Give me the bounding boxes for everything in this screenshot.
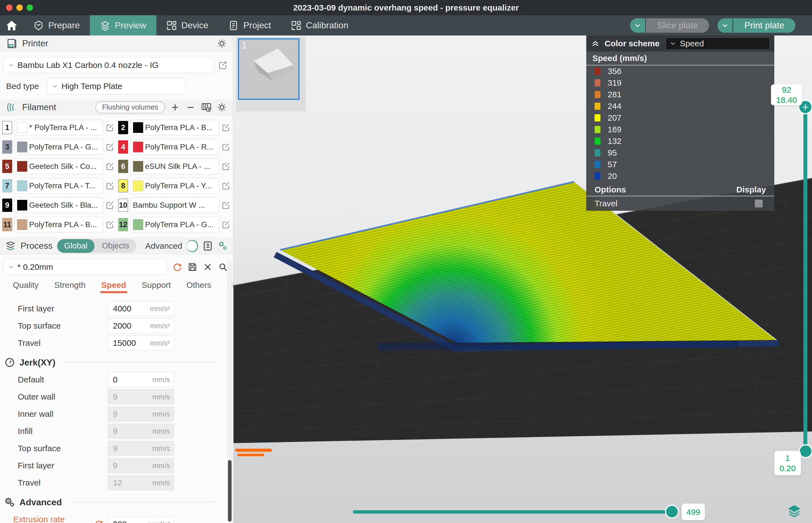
jerk-default-input[interactable]: 0 mm/s: [108, 372, 174, 387]
save-preset-icon[interactable]: [187, 262, 197, 272]
filament-number-badge[interactable]: 4: [118, 140, 128, 154]
edit-filament-icon[interactable]: [105, 181, 114, 190]
scrollbar-thumb[interactable]: [228, 460, 232, 522]
filament-number-badge[interactable]: 11: [2, 218, 12, 231]
edit-printer-icon[interactable]: [218, 60, 228, 70]
filament-select[interactable]: PolyTerra PLA - R...: [130, 139, 219, 155]
travel-accel-input[interactable]: 15000 mm/s²: [108, 336, 174, 350]
advanced-section-header: Advanced: [0, 492, 233, 511]
scope-objects-button[interactable]: Objects: [94, 239, 136, 253]
edit-filament-icon[interactable]: [221, 201, 230, 210]
add-filament-button[interactable]: +: [170, 102, 181, 113]
tab-project[interactable]: Project: [218, 15, 281, 36]
collapse-panel-icon[interactable]: [591, 39, 600, 48]
filament-select[interactable]: * PolyTerra PLA - ...: [14, 120, 103, 135]
layer-slider-track[interactable]: [804, 107, 807, 451]
legend-swatch: [595, 161, 600, 168]
edit-filament-icon[interactable]: [221, 143, 230, 151]
home-button[interactable]: [0, 15, 23, 36]
filament-select[interactable]: PolyTerra PLA - B...: [14, 217, 103, 232]
sidebar-scrollbar[interactable]: [228, 261, 232, 522]
delete-preset-icon[interactable]: [203, 262, 213, 272]
filament-number-badge[interactable]: 10: [118, 199, 128, 212]
printer-icon: [6, 38, 17, 49]
minimize-window-button[interactable]: [16, 4, 23, 11]
maximize-window-button[interactable]: [26, 4, 33, 11]
filament-select[interactable]: PolyTerra PLA - B...: [130, 120, 219, 135]
filament-select[interactable]: PolyTerra PLA - Y...: [130, 178, 219, 194]
extrusion-rate-smoothing-input[interactable]: 200 mm³/s²: [108, 517, 174, 523]
filament-select[interactable]: PolyTerra PLA - G...: [130, 217, 219, 232]
edit-filament-icon[interactable]: [105, 143, 114, 151]
tab-prepare[interactable]: Prepare: [23, 15, 90, 36]
slice-plate-button[interactable]: Slice plate: [646, 18, 709, 33]
print-plate-dropdown-button[interactable]: [718, 18, 733, 33]
filament-number-badge[interactable]: 9: [2, 199, 12, 212]
filament-list: 1 * PolyTerra PLA - ... 2 PolyTerra PLA …: [0, 115, 233, 237]
filament-number-badge[interactable]: 8: [118, 179, 128, 193]
color-scheme-select[interactable]: Speed: [666, 37, 770, 50]
bed-type-select[interactable]: High Temp Plate: [47, 78, 186, 94]
edit-filament-icon[interactable]: [221, 181, 230, 190]
remove-filament-button[interactable]: −: [185, 102, 196, 113]
window-controls[interactable]: [6, 4, 33, 11]
edit-filament-icon[interactable]: [105, 220, 114, 229]
revert-setting-icon[interactable]: [94, 519, 103, 523]
printer-preset-value: Bambu Lab X1 Carbon 0.4 nozzle - IG: [17, 60, 159, 70]
scope-global-button[interactable]: Global: [57, 239, 95, 253]
top-surface-accel-input[interactable]: 2000 mm/s²: [108, 318, 174, 333]
print-plate-button[interactable]: Print plate: [733, 18, 795, 33]
filament-settings-gear-icon[interactable]: [217, 102, 227, 112]
plate-1-thumbnail[interactable]: 1: [238, 38, 300, 100]
first-layer-accel-input[interactable]: 4000 mm/s²: [108, 301, 174, 316]
flushing-volumes-button[interactable]: Flushing volumes: [95, 101, 165, 113]
close-window-button[interactable]: [6, 4, 13, 11]
edit-filament-icon[interactable]: [105, 162, 114, 171]
preview-3d-viewport[interactable]: 1 Color scheme Speed Speed (mm/s) 356 31…: [234, 36, 812, 523]
filament-select[interactable]: Geetech Silk - Bla...: [14, 197, 103, 213]
tab-device[interactable]: Device: [157, 15, 218, 36]
filament-number-badge[interactable]: 12: [118, 218, 128, 231]
parameter-list-icon[interactable]: [202, 241, 213, 251]
ams-sync-icon[interactable]: [201, 102, 212, 113]
tab-quality[interactable]: Quality: [5, 281, 46, 294]
printer-settings-gear-icon[interactable]: [217, 38, 227, 49]
legend-swatch: [595, 114, 600, 122]
filament-number-badge[interactable]: 1: [2, 121, 12, 134]
filament-select[interactable]: eSUN Silk PLA - ...: [130, 159, 219, 174]
edit-filament-icon[interactable]: [105, 201, 114, 210]
revert-preset-icon[interactable]: [172, 262, 182, 272]
tab-preview[interactable]: Preview: [90, 15, 157, 36]
layers-view-button[interactable]: [787, 504, 801, 518]
move-slider-track[interactable]: [353, 510, 672, 513]
printer-preset-select[interactable]: Bambu Lab X1 Carbon 0.4 nozzle - IG: [3, 57, 214, 73]
process-preset-select[interactable]: * 0.20mm: [3, 259, 166, 275]
filament-select[interactable]: Geetech Silk - Co...: [14, 159, 103, 174]
filament-number-badge[interactable]: 2: [118, 121, 128, 134]
advanced-toggle[interactable]: [187, 240, 198, 252]
tab-speed[interactable]: Speed: [93, 281, 134, 294]
filament-select[interactable]: PolyTerra PLA - G...: [14, 139, 103, 155]
edit-filament-icon[interactable]: [221, 123, 230, 132]
setting-row: Travel 15000 mm/s²: [0, 335, 233, 351]
edit-filament-icon[interactable]: [221, 162, 230, 171]
edit-filament-icon[interactable]: [221, 220, 230, 229]
tab-others[interactable]: Others: [179, 281, 219, 294]
tab-strength[interactable]: Strength: [46, 281, 93, 294]
filament-select[interactable]: Bambu Support W ...: [130, 197, 219, 213]
slice-plate-dropdown-button[interactable]: [630, 18, 645, 33]
object-settings-gears-icon[interactable]: [217, 241, 228, 251]
travel-display-checkbox[interactable]: [755, 200, 763, 208]
filament-number-badge[interactable]: 6: [118, 160, 128, 173]
tab-support[interactable]: Support: [134, 281, 179, 294]
filament-number-badge[interactable]: 3: [2, 140, 12, 154]
filament-number-badge[interactable]: 7: [2, 179, 12, 193]
move-slider-handle[interactable]: [665, 505, 679, 519]
search-settings-icon[interactable]: [218, 262, 228, 272]
filament-number-badge[interactable]: 5: [2, 160, 12, 173]
setting-row: Top surface 9 mm/s: [0, 440, 233, 456]
tab-calibration[interactable]: Calibration: [281, 15, 358, 36]
filament-color-swatch: [17, 180, 28, 191]
filament-select[interactable]: PolyTerra PLA - T...: [14, 178, 103, 194]
edit-filament-icon[interactable]: [105, 123, 114, 132]
